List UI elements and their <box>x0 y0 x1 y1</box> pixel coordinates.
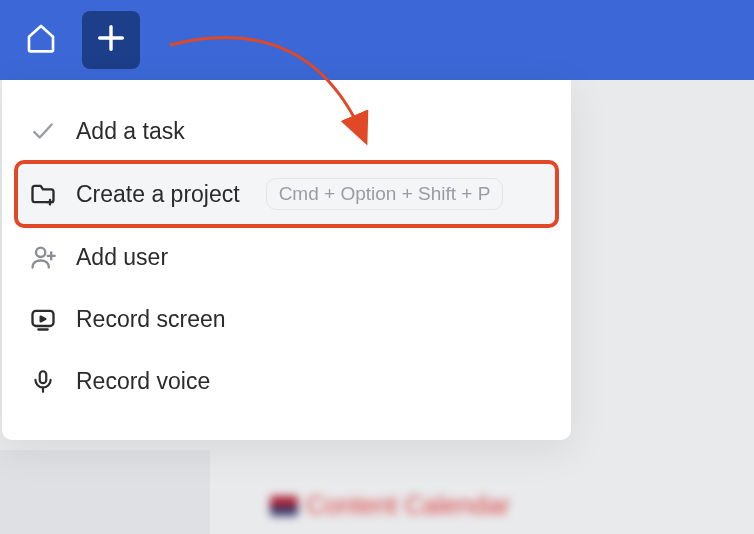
user-plus-icon <box>28 242 58 272</box>
mic-icon <box>28 366 58 396</box>
menu-item-add-task[interactable]: Add a task <box>16 100 557 162</box>
folder-plus-icon <box>28 179 58 209</box>
flag-icon <box>270 496 298 516</box>
sidebar-shade <box>0 450 210 534</box>
svg-marker-8 <box>41 317 46 322</box>
menu-item-label: Add user <box>76 244 168 271</box>
menu-item-add-user[interactable]: Add user <box>16 226 557 288</box>
menu-item-record-screen[interactable]: Record screen <box>16 288 557 350</box>
keyboard-shortcut: Cmd + Option + Shift + P <box>266 178 504 210</box>
page-title-blurred: Content Calendar <box>270 490 510 521</box>
plus-icon <box>94 21 128 59</box>
menu-item-record-voice[interactable]: Record voice <box>16 350 557 412</box>
add-button[interactable] <box>82 11 140 69</box>
screen-record-icon <box>28 304 58 334</box>
menu-item-label: Record screen <box>76 306 226 333</box>
svg-point-4 <box>36 248 45 257</box>
menu-item-label: Create a project <box>76 181 240 208</box>
menu-item-label: Add a task <box>76 118 185 145</box>
add-menu-dropdown: Add a task Create a project Cmd + Option… <box>2 80 571 440</box>
home-button[interactable] <box>18 17 64 63</box>
page-title-text: Content Calendar <box>306 490 510 521</box>
home-icon <box>25 22 57 58</box>
topbar <box>0 0 754 80</box>
check-icon <box>28 116 58 146</box>
menu-item-label: Record voice <box>76 368 210 395</box>
menu-item-create-project[interactable]: Create a project Cmd + Option + Shift + … <box>16 162 557 226</box>
svg-rect-10 <box>40 371 47 383</box>
